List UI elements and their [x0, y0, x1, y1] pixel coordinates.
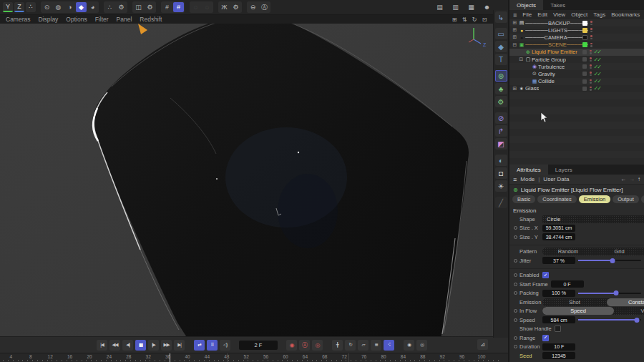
visibility-dots[interactable] [590, 28, 592, 32]
editor-toggle[interactable] [582, 50, 587, 54]
objects-menu-view[interactable]: View [553, 11, 565, 18]
axis-lock-y-button[interactable]: Y [3, 2, 13, 12]
param-slider[interactable] [578, 290, 641, 297]
expander-icon[interactable]: ⊞ [512, 27, 518, 33]
visibility-dots[interactable] [590, 50, 592, 54]
particle-group-icon[interactable]: ♣ [495, 83, 507, 94]
tree-row-collide[interactable]: ▦Collide✓✓ [509, 78, 644, 85]
text-tool-icon[interactable]: T [495, 54, 507, 65]
enabled-checkmarks[interactable]: ✓✓ [594, 64, 600, 70]
visibility-dots[interactable] [590, 64, 592, 69]
timeline-curve-button[interactable]: ⊿ [477, 339, 488, 350]
display-shaded-icon[interactable]: ◆ [76, 2, 87, 12]
option-grid[interactable]: Grid [594, 248, 644, 255]
value-field[interactable]: 100 % [542, 290, 575, 297]
render-film-icon[interactable]: ▤ [434, 2, 445, 12]
annotate-pencil-icon[interactable]: ╱ [495, 197, 507, 208]
expander-icon[interactable]: ⊞ [512, 86, 518, 92]
playhead[interactable] [170, 353, 170, 362]
option-shot[interactable]: Shot [542, 298, 607, 306]
editor-toggle[interactable] [582, 87, 587, 91]
tree-row--scene-[interactable]: ⊟▣──────SCENE────── [509, 41, 644, 49]
display-options-icon[interactable]: ◕ [87, 2, 98, 12]
up-arrow-icon[interactable]: ↑ [638, 176, 640, 182]
current-frame-field[interactable]: 2 F [239, 341, 278, 350]
zoom-view-icon[interactable]: ⇅ [461, 16, 468, 23]
render-head-icon[interactable]: ☻ [482, 2, 492, 12]
objects-menu-edit[interactable]: Edit [537, 11, 547, 18]
tab-attributes[interactable]: Attributes [509, 165, 548, 175]
tree-row--backup-[interactable]: ⊞▤──────BACKUP────── [509, 19, 644, 26]
subtract-mode-icon[interactable]: ⊖ [248, 2, 258, 12]
layer-color-swatch[interactable] [582, 28, 587, 33]
spline-effector-icon[interactable]: ↱ [495, 125, 507, 137]
tree-row-gravity[interactable]: ⊙Gravity✓✓ [509, 70, 644, 77]
value-field[interactable]: 12345 [542, 352, 575, 359]
keyframe-selection-button[interactable]: ◎ [312, 340, 323, 351]
param-checkbox[interactable]: ✓ [542, 272, 549, 278]
editor-toggle[interactable] [582, 72, 587, 76]
enabled-checkmarks[interactable]: ✓✓ [594, 57, 600, 63]
solo-hierarchy-button[interactable]: ◎ [416, 340, 427, 351]
axis-modify-icon[interactable]: Ж [219, 2, 230, 12]
value-field[interactable]: 37 % [542, 257, 575, 264]
maximize-view-icon[interactable]: ⊡ [481, 16, 488, 23]
solo-object-button[interactable]: ◉ [404, 340, 414, 351]
keying-settings-button[interactable]: ⠪ [384, 340, 394, 351]
expander-icon[interactable]: ⊞ [512, 20, 518, 26]
render-picture-viewer-icon[interactable]: ◍ [53, 2, 64, 12]
keyframe-dot[interactable] [514, 226, 517, 230]
expander-icon[interactable]: ⊟ [512, 42, 518, 48]
objects-menu-object[interactable]: Object [571, 11, 587, 18]
menu-options[interactable]: Options [66, 16, 87, 23]
record-keyframe-button[interactable]: ◉ [286, 340, 297, 351]
back-arrow-icon[interactable]: ← [620, 176, 626, 182]
keyframe-dot[interactable] [514, 309, 517, 313]
particle-emitter-icon[interactable]: ⊛ [495, 70, 507, 82]
disabled-tool-icon[interactable]: ◌ [190, 2, 201, 12]
attr-tab-properties[interactable]: Properties [641, 195, 644, 203]
menu-redshift[interactable]: Redshift [140, 16, 162, 23]
deformer-icon[interactable]: ◩ [495, 138, 507, 150]
layer-color-swatch[interactable] [582, 42, 587, 47]
axis-lock-z-button[interactable]: Z [14, 2, 24, 12]
grid-icon[interactable]: # [162, 2, 172, 12]
option-volume[interactable]: Volume [614, 307, 644, 315]
key-scale-button[interactable]: ▱ [358, 340, 369, 351]
uv-settings-icon[interactable]: ⚙ [145, 2, 155, 12]
param-slider[interactable] [578, 257, 641, 264]
rotate-view-icon[interactable]: ↻ [471, 16, 478, 23]
visibility-dots[interactable] [590, 57, 592, 62]
simulation-settings-icon[interactable]: ⚙ [495, 96, 507, 107]
render-region-icon[interactable]: ◑ [64, 2, 75, 12]
hierarchy-mode-icon[interactable]: ∴ [26, 2, 36, 12]
value-field[interactable]: 10 F [542, 343, 575, 351]
forward-arrow-icon[interactable]: → [629, 176, 635, 182]
disabled-settings-icon[interactable]: ◌ [202, 2, 213, 12]
play-forward-button[interactable]: |▶ [148, 340, 159, 351]
editor-toggle[interactable] [582, 79, 587, 84]
pan-view-icon[interactable]: ⊞ [451, 16, 458, 23]
snap-grid-icon[interactable]: # [173, 2, 184, 12]
visibility-dots[interactable] [590, 35, 592, 39]
visibility-dots[interactable] [590, 87, 592, 91]
visibility-dots[interactable] [590, 43, 592, 47]
camera-icon[interactable]: ◘ [495, 167, 507, 179]
option-constant[interactable]: Constant [607, 298, 644, 306]
expander-icon[interactable]: ⊞ [512, 34, 518, 40]
tab-takes[interactable]: Takes [543, 0, 572, 10]
tree-row-particle-group[interactable]: ⊟▢Particle Group✓✓ [509, 56, 644, 63]
viewport-3d[interactable]: Z [0, 24, 494, 336]
keyframe-dot[interactable] [514, 273, 517, 277]
attr-tab-basic[interactable]: Basic [512, 195, 535, 203]
key-parameter-button[interactable]: ≣ [371, 340, 381, 351]
attr-tab-coordinates[interactable]: Coordinates [537, 195, 576, 203]
tab-objects[interactable]: Objects [509, 0, 543, 10]
pause-button[interactable]: ▮▮ [135, 340, 146, 351]
axis-settings-icon[interactable]: ⚙ [230, 2, 241, 12]
goto-end-button[interactable]: ▶| [174, 340, 185, 351]
attributes-hamburger-icon[interactable]: ≡ [513, 176, 517, 183]
editor-toggle[interactable] [582, 64, 587, 69]
keyframe-dot[interactable] [514, 283, 517, 286]
spline-primitive-icon[interactable]: ▭ [495, 28, 507, 39]
